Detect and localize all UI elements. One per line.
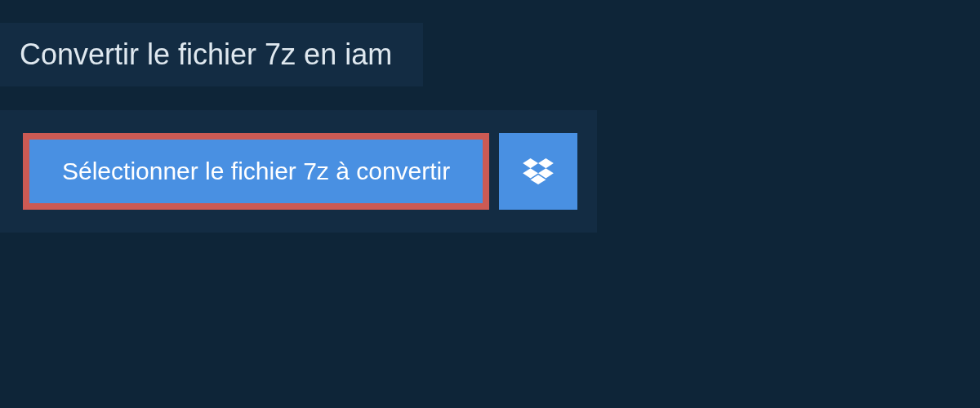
page-title: Convertir le fichier 7z en iam (0, 23, 423, 86)
upload-button-group: Sélectionner le fichier 7z à convertir (0, 110, 597, 233)
dropbox-icon (523, 158, 554, 184)
select-file-label: Sélectionner le fichier 7z à convertir (62, 157, 450, 185)
select-file-button[interactable]: Sélectionner le fichier 7z à convertir (23, 133, 489, 210)
dropbox-button[interactable] (499, 133, 577, 210)
